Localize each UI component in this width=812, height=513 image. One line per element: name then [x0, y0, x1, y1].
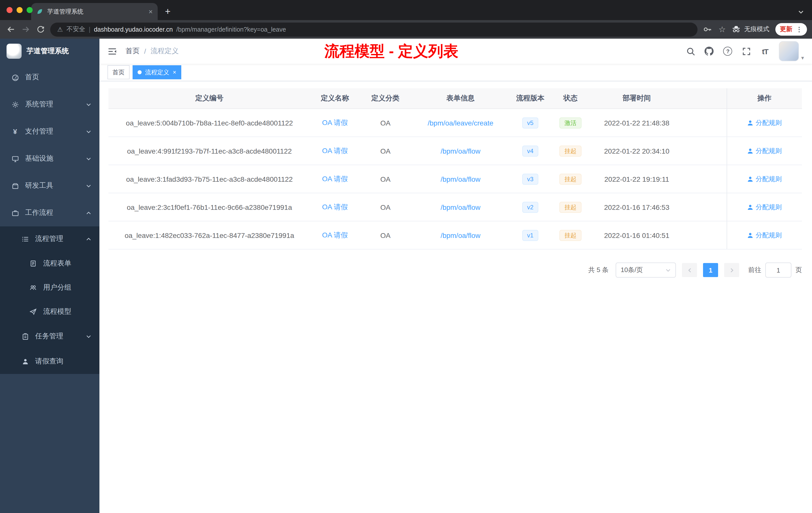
sidebar-item-label: 任务管理: [35, 332, 80, 341]
fullscreen-icon[interactable]: [742, 47, 751, 56]
cell-deploy-time: 2022-01-16 17:46:53: [590, 193, 684, 221]
sidebar-item-process-management[interactable]: 流程管理: [0, 227, 99, 251]
assign-rule-link[interactable]: 分配规则: [747, 231, 782, 240]
definition-name-link[interactable]: OA 请假: [322, 118, 348, 126]
prev-page-button[interactable]: [682, 263, 697, 277]
zoom-window-button[interactable]: [27, 7, 33, 13]
reload-icon[interactable]: [35, 24, 46, 35]
cell-spacer: [684, 137, 727, 165]
breadcrumb-home[interactable]: 首页: [125, 47, 140, 56]
url-bar[interactable]: ⚠ 不安全 | dashboard.yudao.iocoder.cn/bpm/m…: [50, 22, 697, 36]
back-icon[interactable]: [5, 24, 16, 35]
definition-name-link[interactable]: OA 请假: [322, 203, 348, 211]
url-divider: |: [89, 26, 90, 33]
form-info-link[interactable]: /bpm/oa/leave/create: [428, 119, 493, 127]
col-definition-category: 定义分类: [359, 88, 411, 109]
bookmark-star-icon[interactable]: ☆: [717, 24, 728, 35]
users-icon: [29, 284, 37, 291]
sidebar-fold-icon[interactable]: [108, 46, 117, 56]
assign-rule-link[interactable]: 分配规则: [747, 118, 782, 127]
form-info-link[interactable]: /bpm/oa/flow: [441, 203, 481, 211]
assign-rule-label: 分配规则: [756, 175, 782, 183]
cell-definition-id: oa_leave:2:3c1f0ef1-76b1-11ec-9c66-a2380…: [109, 193, 310, 221]
help-icon[interactable]: ?: [723, 47, 732, 56]
chevron-down-icon: [86, 129, 91, 134]
search-icon[interactable]: [686, 47, 695, 56]
tag-home[interactable]: 首页: [108, 65, 129, 79]
definition-table: 定义编号 定义名称 定义分类 表单信息 流程版本 状态 部署时间 操作: [109, 88, 802, 249]
url-path: /bpm/manager/definition?key=oa_leave: [176, 26, 286, 33]
page-number-button[interactable]: 1: [703, 263, 718, 277]
form-info-link[interactable]: /bpm/oa/flow: [441, 147, 481, 155]
chevron-down-icon: [86, 183, 91, 188]
font-size-icon[interactable]: tT: [760, 47, 770, 56]
sidebar-item-task-management[interactable]: 任务管理: [0, 324, 99, 349]
definition-name-link[interactable]: OA 请假: [322, 175, 348, 182]
sidebar-item-process-form[interactable]: 流程表单: [0, 251, 99, 276]
assign-rule-link[interactable]: 分配规则: [747, 175, 782, 183]
page-size-select[interactable]: 10条/页: [616, 263, 676, 278]
next-page-button[interactable]: [724, 263, 739, 277]
definition-name-link[interactable]: OA 请假: [322, 231, 348, 239]
assign-rule-label: 分配规则: [756, 231, 782, 240]
sidebar: 芋道管理系统 首页 系统管理 ¥ 支付管理: [0, 39, 99, 513]
cell-definition-id: oa_leave:3:1fad3d93-7b75-11ec-a3c8-acde4…: [109, 165, 310, 193]
sidebar-logo[interactable]: 芋道管理系统: [0, 39, 99, 64]
definition-name-link[interactable]: OA 请假: [322, 146, 348, 154]
password-key-icon[interactable]: [701, 24, 713, 35]
chevron-down-icon: [86, 156, 91, 161]
browser-menu-icon[interactable]: ⋮: [796, 26, 803, 33]
user-menu[interactable]: ▾: [779, 41, 804, 61]
cell-category: OA: [359, 137, 411, 165]
form-info-link[interactable]: /bpm/oa/flow: [441, 231, 481, 239]
status-badge: 激活: [559, 117, 581, 128]
sidebar-item-devtools[interactable]: 研发工具: [0, 172, 99, 199]
sidebar-item-system[interactable]: 系统管理: [0, 91, 99, 118]
avatar[interactable]: [779, 41, 799, 61]
security-warning-icon: ⚠: [57, 26, 63, 33]
table-row: oa_leave:1:482ec033-762a-11ec-8477-a2380…: [109, 221, 802, 249]
cell-spacer: [684, 109, 727, 137]
browser-update-button[interactable]: 更新 ⋮: [775, 23, 807, 36]
sidebar-item-home[interactable]: 首页: [0, 64, 99, 91]
cell-definition-id: oa_leave:5:004b710b-7b8a-11ec-8ef0-acde4…: [109, 109, 310, 137]
security-label[interactable]: 不安全: [66, 25, 85, 34]
browser-tab[interactable]: 芋道管理系统 ×: [31, 3, 158, 20]
goto-label: 前往: [748, 266, 761, 275]
close-window-button[interactable]: [6, 7, 12, 13]
col-status: 状态: [551, 88, 590, 109]
assign-rule-link[interactable]: 分配规则: [747, 146, 782, 155]
gear-icon: [11, 101, 19, 108]
cell-category: OA: [359, 165, 411, 193]
cell-definition-id: oa_leave:4:991f2193-7b7f-11ec-a3c8-acde4…: [109, 137, 310, 165]
sidebar-item-workflow[interactable]: 工作流程: [0, 199, 99, 227]
col-definition-name: 定义名称: [310, 88, 359, 109]
form-info-link[interactable]: /bpm/oa/flow: [441, 175, 481, 183]
tab-close-icon[interactable]: ×: [149, 7, 153, 16]
new-tab-button[interactable]: +: [161, 4, 175, 19]
forward-icon[interactable]: [20, 24, 31, 35]
tab-search-chevron-icon[interactable]: [798, 9, 804, 15]
github-icon[interactable]: [705, 47, 714, 56]
cell-deploy-time: 2022-01-22 19:19:11: [590, 165, 684, 193]
col-actions: 操作: [727, 88, 802, 109]
minimize-window-button[interactable]: [17, 7, 23, 13]
sidebar-item-process-model[interactable]: 流程模型: [0, 300, 99, 324]
assign-rule-link[interactable]: 分配规则: [747, 203, 782, 212]
chevron-down-icon: [86, 334, 91, 339]
breadcrumb-current: 流程定义: [151, 47, 179, 56]
goto-page-input[interactable]: [765, 263, 791, 278]
sidebar-item-label: 工作流程: [25, 208, 80, 217]
table-row: oa_leave:4:991f2193-7b7f-11ec-a3c8-acde4…: [109, 137, 802, 165]
sidebar-item-label: 基础设施: [25, 154, 80, 163]
logo-avatar: [6, 44, 22, 59]
sidebar-item-leave-query[interactable]: 请假查询: [0, 349, 99, 374]
main-panel: 首页 / 流程定义 ? t: [99, 39, 812, 513]
version-badge: v1: [522, 230, 538, 241]
sidebar-item-payment[interactable]: ¥ 支付管理: [0, 118, 99, 145]
sidebar-item-user-groups[interactable]: 用户分组: [0, 276, 99, 300]
tag-process-definition[interactable]: 流程定义 ×: [133, 65, 181, 79]
sidebar-item-infrastructure[interactable]: 基础设施: [0, 145, 99, 172]
tag-close-icon[interactable]: ×: [173, 69, 176, 75]
briefcase-icon: [11, 209, 19, 217]
